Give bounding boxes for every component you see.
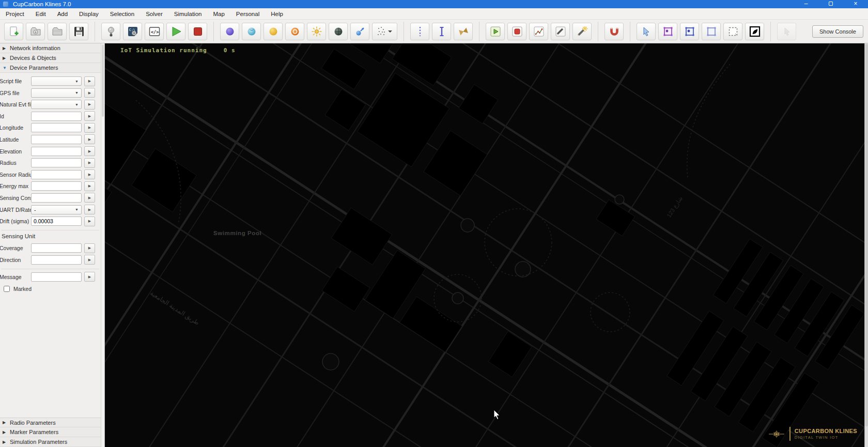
section-marker-parameters[interactable]: ▶Marker Parameters <box>0 427 101 437</box>
add-marker-button[interactable] <box>350 23 369 40</box>
radius-input[interactable] <box>31 158 82 167</box>
gps-file-select[interactable]: ▼ <box>31 88 82 98</box>
id-apply-button[interactable]: ▶ <box>84 111 95 121</box>
run-simulation-button[interactable] <box>166 23 185 40</box>
energy-max-input[interactable] <box>31 181 82 191</box>
edit-pencil-sun-button[interactable] <box>572 23 592 40</box>
add-node-cyan-button[interactable] <box>242 23 261 40</box>
menu-help[interactable]: Help <box>265 11 289 17</box>
natural-evt-file-select[interactable]: ▼ <box>31 100 82 109</box>
add-node-yellow-button[interactable] <box>264 23 283 40</box>
energy-max-apply-button[interactable]: ▶ <box>84 181 95 191</box>
coverage-input[interactable] <box>31 243 82 253</box>
coverage-apply-button[interactable]: ▶ <box>84 243 95 253</box>
sensing-cons-input[interactable] <box>31 193 82 203</box>
frame-purple-button[interactable] <box>658 23 677 40</box>
run-script-button[interactable] <box>486 23 505 40</box>
select-cursor-button[interactable] <box>637 23 656 40</box>
section-device-parameters[interactable]: ▼Device Parameters <box>0 63 101 73</box>
save-project-button[interactable] <box>69 23 88 40</box>
app-icon <box>3 2 8 7</box>
random-nodes-button[interactable] <box>372 23 397 40</box>
add-node-orange-button[interactable] <box>285 23 304 40</box>
menu-add[interactable]: Add <box>52 11 73 17</box>
longitude-apply-button[interactable]: ▶ <box>84 123 95 133</box>
sensor-radius-input[interactable] <box>31 170 82 179</box>
direction-input[interactable] <box>31 255 82 265</box>
script-file-apply-button[interactable]: ▶ <box>84 76 95 86</box>
sensing-cons-apply-button[interactable]: ▶ <box>84 193 95 203</box>
plot-results-button[interactable] <box>529 23 548 40</box>
scrollbar-thumb[interactable] <box>102 44 104 117</box>
gps-file-apply-button[interactable]: ▶ <box>84 88 95 98</box>
scrollbar-thumb[interactable] <box>865 44 868 426</box>
menu-solver[interactable]: Solver <box>140 11 168 17</box>
chevron-right-icon: ▶ <box>3 440 7 444</box>
faded-cursor-icon <box>781 25 793 38</box>
combo-arrow-icon: ▼ <box>75 91 79 95</box>
bulb-icon <box>105 25 117 38</box>
line-tool-button[interactable] <box>432 23 451 40</box>
latitude-input[interactable] <box>31 135 82 144</box>
add-node-dark-button[interactable] <box>329 23 348 40</box>
bowtie-tool-button[interactable] <box>454 23 473 40</box>
show-console-button[interactable]: Show Console <box>812 25 863 38</box>
new-project-button[interactable] <box>4 23 23 40</box>
bulb-tool-button[interactable] <box>101 23 120 40</box>
dotted-line-icon <box>414 25 426 38</box>
section-network-information[interactable]: ▶Network information <box>0 43 101 53</box>
add-node-purple-button[interactable] <box>220 23 239 40</box>
elevation-input[interactable] <box>31 147 82 156</box>
latitude-apply-button[interactable]: ▶ <box>84 134 95 144</box>
drift-sigma-input[interactable] <box>31 217 82 226</box>
sensor-radius-apply-button[interactable]: ▶ <box>84 169 95 179</box>
magnet-tool-button[interactable] <box>605 23 624 40</box>
open-project-button[interactable] <box>26 23 45 40</box>
elevation-apply-button[interactable]: ▶ <box>84 146 95 156</box>
drift-sigma-apply-button[interactable]: ▶ <box>84 217 95 226</box>
menu-personal[interactable]: Personal <box>230 11 265 17</box>
id-input[interactable] <box>31 112 82 121</box>
section-simulation-parameters[interactable]: ▶Simulation Parameters <box>0 437 101 447</box>
add-sun-button[interactable] <box>307 23 326 40</box>
radius-apply-button[interactable]: ▶ <box>84 158 95 168</box>
section-devices-objects[interactable]: ▶Devices & Objects <box>0 53 101 63</box>
message-apply-button[interactable]: ▶ <box>84 272 95 282</box>
map-scrollbar[interactable] <box>864 43 868 447</box>
edit-pencil-button[interactable] <box>551 23 570 40</box>
menu-selection[interactable]: Selection <box>104 11 140 17</box>
open-project-icon <box>29 25 42 38</box>
direction-apply-button[interactable]: ▶ <box>84 255 95 265</box>
stop-simulation-button[interactable] <box>188 23 207 40</box>
code-editor-button[interactable]: </> <box>145 23 164 40</box>
faded-tool-button[interactable] <box>777 23 796 40</box>
field-id: Id ▶ <box>1 111 99 121</box>
open-folder-button[interactable] <box>48 23 67 40</box>
script-console-button[interactable]: C:\ <box>123 23 142 40</box>
maximize-button[interactable] <box>818 0 843 8</box>
close-button[interactable]: × <box>843 0 868 8</box>
menu-edit[interactable]: Edit <box>30 11 52 17</box>
script-file-select[interactable]: ▼ <box>31 76 82 86</box>
sidebar-scrollbar[interactable] <box>101 43 105 447</box>
uart-rate-select[interactable]: -▼ <box>31 205 82 214</box>
uart-rate-apply-button[interactable]: ▶ <box>84 205 95 214</box>
menu-display[interactable]: Display <box>73 11 104 17</box>
message-input[interactable] <box>31 272 82 282</box>
stop-script-button[interactable] <box>507 23 526 40</box>
longitude-input[interactable] <box>31 123 82 132</box>
menu-project[interactable]: Project <box>0 11 30 17</box>
flag-tool-button[interactable] <box>745 23 764 40</box>
minimize-button[interactable]: – <box>794 0 818 8</box>
marked-checkbox[interactable] <box>4 286 10 292</box>
menu-simulation[interactable]: Simulation <box>168 11 208 17</box>
frame-light-button[interactable] <box>702 23 721 40</box>
dotted-line-tool-button[interactable] <box>410 23 429 40</box>
natural-evt-apply-button[interactable]: ▶ <box>84 100 95 110</box>
section-radio-parameters[interactable]: ▶Radio Parameters <box>0 418 101 427</box>
sidebar-spacer <box>0 292 101 418</box>
frame-blue-button[interactable] <box>680 23 699 40</box>
map-canvas[interactable]: IoT Simulation running0 s Swimming Pool … <box>105 43 864 447</box>
selection-box-button[interactable] <box>723 23 742 40</box>
menu-map[interactable]: Map <box>207 11 230 17</box>
